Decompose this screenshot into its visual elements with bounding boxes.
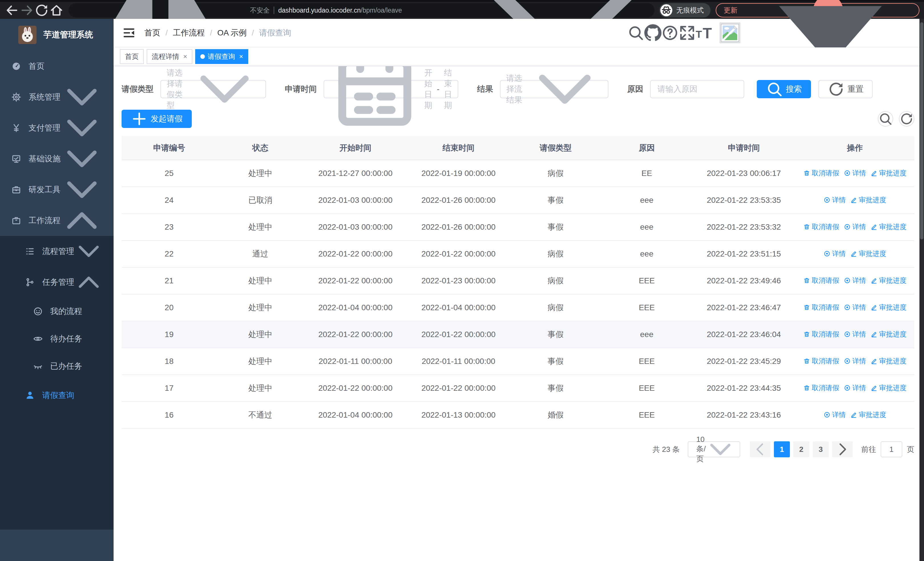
cancel-link[interactable]: 取消请假 — [803, 356, 839, 365]
table-row: 23处理中2022-01-03 00:00:002022-01-26 00:00… — [122, 214, 914, 241]
back-icon[interactable] — [4, 3, 20, 18]
help-icon[interactable] — [662, 24, 679, 41]
tab-0[interactable]: 首页 — [120, 49, 144, 64]
sidebar-item-5[interactable]: 工作流程 — [0, 205, 114, 236]
detail-link[interactable]: 详情 — [844, 303, 866, 312]
progress-link[interactable]: 审批进度 — [871, 222, 907, 232]
table-row: 19处理中2022-01-22 00:00:002022-01-22 00:00… — [122, 321, 914, 348]
page-scrollbar[interactable] — [920, 19, 924, 561]
avatar[interactable] — [720, 23, 740, 43]
result-select[interactable]: 请选择流结果 — [500, 80, 608, 98]
cancel-link[interactable]: 取消请假 — [803, 222, 839, 232]
cell-id: 23 — [122, 214, 217, 241]
cell-apply_time: 2022-01-22 23:46:04 — [692, 321, 795, 348]
reset-button[interactable]: 重置 — [818, 80, 873, 98]
sidebar-item-9[interactable]: 待办任务 — [0, 325, 114, 352]
app-logo[interactable]: 芋道管理系统 — [0, 19, 114, 51]
cell-start: 2021-12-27 00:00:00 — [304, 160, 407, 187]
cell-apply_time: 2022-01-22 23:45:29 — [692, 348, 795, 375]
detail-link[interactable]: 详情 — [844, 276, 866, 285]
face-icon — [33, 307, 43, 316]
sidebar-collapse-icon[interactable] — [123, 27, 135, 39]
sidebar-item-11[interactable]: 请假查询 — [0, 380, 114, 411]
cancel-link[interactable]: 取消请假 — [803, 329, 839, 339]
detail-link[interactable]: 详情 — [844, 168, 866, 177]
detail-link[interactable]: 详情 — [824, 196, 846, 205]
progress-link[interactable]: 审批进度 — [871, 329, 907, 339]
cancel-link[interactable]: 取消请假 — [803, 276, 839, 285]
detail-link[interactable]: 详情 — [844, 384, 866, 393]
progress-link[interactable]: 审批进度 — [871, 384, 907, 393]
cell-type: 事假 — [510, 375, 601, 402]
sidebar-item-8[interactable]: 我的流程 — [0, 298, 114, 325]
pen-icon — [871, 358, 878, 364]
chevron-down-icon — [74, 237, 103, 266]
cancel-link[interactable]: 取消请假 — [803, 384, 839, 393]
cancel-link[interactable]: 取消请假 — [803, 168, 839, 177]
forward-icon[interactable] — [20, 3, 34, 18]
leave-type-select[interactable]: 请选择请假类型 — [160, 80, 266, 98]
detail-link[interactable]: 详情 — [844, 356, 866, 365]
reload-icon[interactable] — [34, 3, 49, 18]
fullscreen-icon[interactable] — [679, 24, 696, 41]
page-button-2[interactable]: 2 — [793, 441, 809, 457]
breadcrumb-separator: / — [210, 28, 212, 38]
cell-actions: 取消请假详情审批进度 — [795, 375, 914, 402]
next-page-button[interactable] — [832, 441, 853, 457]
address-bar[interactable]: 不安全 dashboard.yudao.iocoder.cn/bpm/oa/le… — [69, 3, 655, 17]
cell-reason: EEE — [601, 294, 692, 321]
prev-page-button[interactable] — [750, 441, 771, 457]
goto-label: 前往 — [861, 444, 876, 454]
progress-link[interactable]: 审批进度 — [871, 356, 907, 365]
page-button-1[interactable]: 1 — [774, 441, 790, 457]
home-icon[interactable] — [49, 3, 64, 18]
cancel-link[interactable]: 取消请假 — [803, 303, 839, 312]
page-size-select[interactable]: 10条/页 — [688, 441, 740, 457]
table-row: 17处理中2022-01-22 00:00:002022-01-22 00:00… — [122, 375, 914, 402]
sidebar-item-7[interactable]: 任务管理 — [0, 267, 114, 298]
gauge-icon — [11, 62, 21, 71]
close-icon[interactable]: × — [239, 53, 243, 60]
cell-id: 18 — [122, 348, 217, 375]
page-button-3[interactable]: 3 — [813, 441, 829, 457]
goto-page-input[interactable] — [880, 441, 902, 457]
pagination: 共 23 条 10条/页 123 前往 页 — [122, 441, 914, 473]
toggle-search-button[interactable] — [878, 111, 893, 126]
cell-status: 不通过 — [217, 402, 304, 429]
cell-apply_time: 2022-01-22 23:44:35 — [692, 375, 795, 402]
create-leave-button[interactable]: 发起请假 — [122, 110, 192, 128]
refresh-table-button[interactable] — [899, 111, 914, 126]
detail-icon — [824, 411, 830, 418]
font-size-icon[interactable]: TT — [696, 24, 713, 41]
cell-id: 20 — [122, 294, 217, 321]
detail-link[interactable]: 详情 — [844, 329, 866, 339]
progress-link[interactable]: 审批进度 — [871, 303, 907, 312]
progress-link[interactable]: 审批进度 — [871, 168, 907, 177]
progress-link[interactable]: 审批进度 — [850, 410, 886, 419]
detail-link[interactable]: 详情 — [824, 410, 846, 419]
tab-1[interactable]: 流程详情× — [147, 49, 192, 64]
scrollbar-thumb[interactable] — [920, 22, 923, 239]
trash-icon — [803, 385, 810, 391]
cell-end: 2022-01-22 00:00:00 — [407, 241, 510, 267]
github-icon[interactable] — [644, 24, 662, 41]
breadcrumb-item-0[interactable]: 首页 — [144, 27, 160, 38]
progress-link[interactable]: 审批进度 — [850, 196, 886, 205]
detail-link[interactable]: 详情 — [824, 249, 846, 258]
search-icon[interactable] — [627, 24, 644, 41]
apply-time-range-picker[interactable]: 开始日期 - 结束日期 — [324, 80, 458, 98]
close-icon[interactable]: × — [183, 53, 187, 60]
breadcrumb-item-2[interactable]: OA 示例 — [218, 27, 247, 38]
trash-icon — [803, 358, 810, 364]
progress-link[interactable]: 审批进度 — [871, 276, 907, 285]
pen-icon — [871, 385, 878, 391]
progress-link[interactable]: 审批进度 — [850, 249, 886, 258]
tab-2[interactable]: 请假查询× — [195, 49, 248, 64]
sidebar-item-6[interactable]: 流程管理 — [0, 236, 114, 267]
sidebar-item-10[interactable]: 已办任务 — [0, 352, 114, 380]
cell-id: 17 — [122, 375, 217, 402]
detail-link[interactable]: 详情 — [844, 222, 866, 232]
reason-input[interactable] — [656, 84, 738, 94]
search-button[interactable]: 搜索 — [757, 80, 811, 98]
breadcrumb-item-1[interactable]: 工作流程 — [173, 27, 205, 38]
